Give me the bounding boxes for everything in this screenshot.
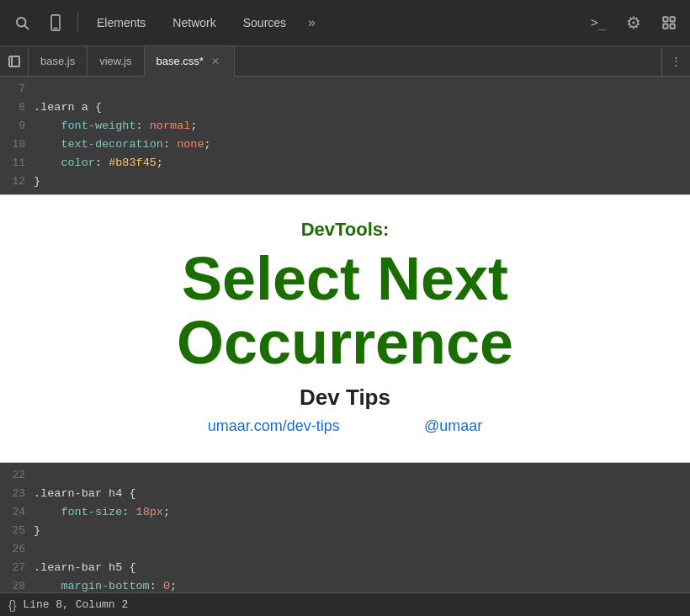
overlay-links: umaar.com/dev-tips @umaar [34,417,656,435]
overlay-link-website[interactable]: umaar.com/dev-tips [208,417,340,435]
toolbar-right: >_ ⚙ [584,8,683,37]
terminal-icon[interactable]: >_ [584,8,613,37]
code-line-27: 27 .learn-bar h5 { [0,559,690,577]
svg-line-1 [24,25,28,29]
code-editor-top: 7 8 .learn a { 9 font-weight: normal; 10… [0,77,690,194]
svg-rect-8 [9,56,19,66]
code-line-8: 8 .learn a { [0,98,690,117]
file-tab-close-icon[interactable]: ✕ [209,55,222,68]
code-line-9: 9 font-weight: normal; [0,117,690,135]
status-bar: {} Line 8, Column 2 [0,592,690,616]
more-tabs-icon[interactable]: » [301,12,322,34]
code-line-24: 24 font-size: 18px; [0,503,690,522]
file-tab-label: base.css* [157,55,204,67]
overlay-link-twitter[interactable]: @umaar [424,417,482,435]
code-line-25: 25 } [0,522,690,540]
toolbar-separator [77,13,78,33]
search-icon[interactable] [7,8,37,38]
file-tabs: base.js view.js base.css* ✕ ⋮ [0,46,690,77]
svg-rect-4 [663,17,667,21]
code-line-11: 11 color: #b83f45; [0,154,690,173]
tab-elements[interactable]: Elements [85,11,157,35]
panel-toggle-icon[interactable] [0,47,29,76]
tab-network[interactable]: Network [161,11,227,35]
overlay-devtips: Dev Tips [34,385,656,411]
code-line-23: 23 .learn-bar h4 { [0,485,690,503]
device-icon[interactable] [40,8,71,38]
file-tab-view-js[interactable]: view.js [88,46,144,77]
file-tab-label: base.js [40,55,75,67]
code-line-22: 22 [0,466,690,485]
code-line-7: 7 [0,80,690,98]
overlay-card: DevTools: Select Next Occurrence Dev Tip… [0,194,690,463]
svg-rect-6 [663,24,667,29]
status-braces-icon: {} [8,598,16,612]
code-line-10: 10 text-decoration: none; [0,135,690,154]
settings-icon[interactable]: ⚙ [619,8,648,37]
tab-sources[interactable]: Sources [231,11,298,35]
menu-icon[interactable] [655,8,683,37]
overlay-subtitle: DevTools: [34,219,656,241]
status-position: Line 8, Column 2 [23,598,128,611]
code-line-26: 26 [0,540,690,559]
file-tabs-more-icon[interactable]: ⋮ [661,47,690,76]
svg-rect-7 [671,24,675,29]
overlay-title: Select Next Occurrence [34,247,656,374]
svg-rect-5 [671,17,675,21]
file-tab-label: view.js [99,55,131,67]
code-line-12: 12 } [0,173,690,191]
file-tab-base-css[interactable]: base.css* ✕ [145,46,235,77]
file-tab-base-js[interactable]: base.js [29,46,88,77]
toolbar: Elements Network Sources » >_ ⚙ [0,0,690,46]
